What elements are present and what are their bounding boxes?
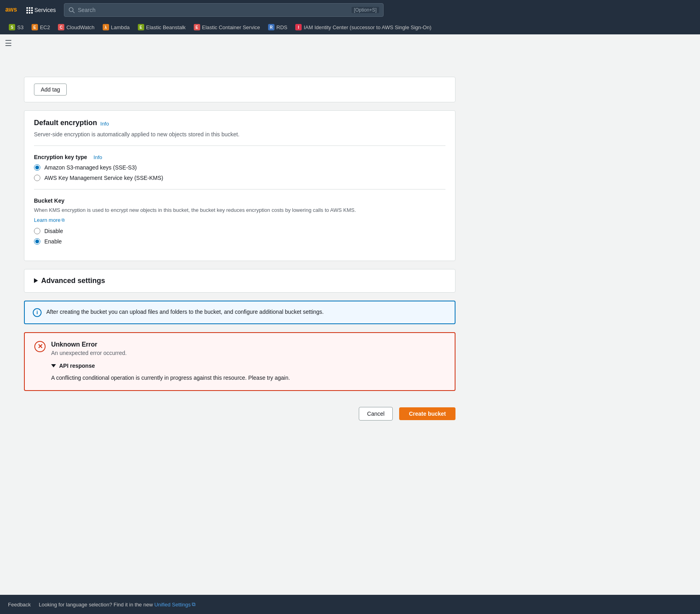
service-chip-ecs[interactable]: E Elastic Container Service [190,22,264,32]
bottom-bar-info: Looking for language selection? Find it … [39,601,195,608]
radio-sse-kms-label: AWS Key Management Service key (SSE-KMS) [44,175,163,181]
footer-actions: Cancel Create bucket [24,399,455,429]
s3-chip-label: S3 [17,24,24,30]
service-chip-cloudwatch[interactable]: C CloudWatch [54,22,98,32]
rds-chip-icon: R [268,24,274,30]
tags-section-card: Add tag [24,77,455,102]
search-bar[interactable]: [Option+S] [64,3,384,17]
service-chip-ec2[interactable]: E EC2 [28,22,54,32]
radio-sse-s3[interactable]: Amazon S3-managed keys (SSE-S3) [34,164,445,171]
iam-chip-label: IAM Identity Center (successor to AWS Si… [304,24,432,30]
aws-logo[interactable]: aws [5,4,17,16]
default-encryption-subtitle: Server-side encryption is automatically … [34,131,445,138]
top-navigation: aws Services [Option+S] [0,0,700,20]
create-bucket-button[interactable]: Create bucket [399,407,455,420]
error-box: ✕ Unknown Error An unexpected error occu… [24,332,455,391]
grid-icon [26,7,32,13]
error-title: Unknown Error [51,341,127,348]
add-tag-area: Add tag [24,77,455,102]
radio-disable-input[interactable] [34,228,40,234]
service-chip-iam[interactable]: I IAM Identity Center (successor to AWS … [291,22,436,32]
encryption-key-type-radio-group: Amazon S3-managed keys (SSE-S3) AWS Key … [34,164,445,181]
ec2-chip-label: EC2 [40,24,50,30]
add-tag-button[interactable]: Add tag [34,84,67,96]
bucket-key-title: Bucket Key [34,197,445,204]
error-header: ✕ Unknown Error An unexpected error occu… [34,341,445,356]
learn-more-label: Learn more [34,217,60,223]
learn-more-link[interactable]: Learn more ⧉ [34,217,65,223]
sidebar-toggle-button[interactable]: ☰ [5,38,12,48]
advanced-settings-title: Advanced settings [41,277,105,285]
external-link-icon: ⧉ [62,217,65,223]
radio-disable-label: Disable [44,228,63,234]
error-text-group: Unknown Error An unexpected error occurr… [51,341,127,356]
ec2-chip-icon: E [32,24,38,30]
radio-sse-s3-input[interactable] [34,164,40,171]
search-shortcut: [Option+S] [352,7,379,13]
expand-icon [34,278,38,283]
service-bar: S S3 E EC2 C CloudWatch λ Lambda E Elast… [0,20,700,34]
service-chip-s3[interactable]: S S3 [5,22,28,32]
cw-chip-label: CloudWatch [66,24,94,30]
services-label: Services [34,7,56,13]
advanced-settings-card: Advanced settings [24,269,455,293]
api-response-label: API response [59,363,95,369]
info-box: i After creating the bucket you can uplo… [24,301,455,324]
service-chip-rds[interactable]: R RDS [264,22,291,32]
ecs-chip-icon: E [194,24,200,30]
lambda-chip-icon: λ [103,24,109,30]
svg-line-2 [73,11,74,13]
radio-disable[interactable]: Disable [34,228,445,234]
radio-enable[interactable]: Enable [34,238,445,245]
info-box-text: After creating the bucket you can upload… [46,308,324,316]
triangle-down-icon [51,364,56,367]
rds-chip-label: RDS [276,24,287,30]
services-button[interactable]: Services [23,5,59,15]
radio-enable-input[interactable] [34,238,40,245]
radio-enable-label: Enable [44,238,62,245]
bucket-key-desc: When KMS encryption is used to encrypt n… [34,206,445,214]
external-link-icon-bottom: ⧉ [192,601,195,608]
default-encryption-inner: Default encryption Info Server-side encr… [24,111,455,261]
default-encryption-title: Default encryption [34,119,97,127]
bucket-key-radio-group: Disable Enable [34,228,445,245]
error-circle-icon: ✕ [34,341,46,352]
ecs-chip-label: Elastic Container Service [202,24,260,30]
info-circle-icon: i [33,308,42,317]
default-encryption-card: Default encryption Info Server-side encr… [24,110,455,261]
s3-chip-icon: S [9,24,15,30]
cw-chip-icon: C [58,24,64,30]
error-subtitle: An unexpected error occurred. [51,350,127,356]
api-response-text: A conflicting conditional operation is c… [51,374,445,382]
default-encryption-info-link[interactable]: Info [100,121,109,127]
svg-text:aws: aws [5,6,17,13]
service-chip-lambda[interactable]: λ Lambda [99,22,134,32]
search-input[interactable] [78,7,348,13]
encryption-key-type-info-link[interactable]: Info [93,154,102,160]
advanced-settings-header[interactable]: Advanced settings [24,269,455,292]
lambda-chip-label: Lambda [111,24,130,30]
service-chip-beanstalk[interactable]: E Elastic Beanstalk [134,22,190,32]
api-response-toggle[interactable]: API response [51,363,445,369]
eb-chip-icon: E [138,24,144,30]
bottom-bar: Feedback Looking for language selection?… [0,595,700,614]
eb-chip-label: Elastic Beanstalk [146,24,186,30]
iam-chip-icon: I [295,24,302,30]
radio-sse-kms[interactable]: AWS Key Management Service key (SSE-KMS) [34,175,445,181]
cancel-button[interactable]: Cancel [359,407,393,421]
search-icon [68,7,75,13]
main-content: Add tag Default encryption Info Server-s… [0,69,479,468]
feedback-button[interactable]: Feedback [8,602,31,608]
radio-sse-s3-label: Amazon S3-managed keys (SSE-S3) [44,164,137,171]
unified-settings-link[interactable]: Unified Settings ⧉ [154,601,195,608]
radio-sse-kms-input[interactable] [34,175,40,181]
encryption-key-type-label: Encryption key type Info [34,154,445,160]
